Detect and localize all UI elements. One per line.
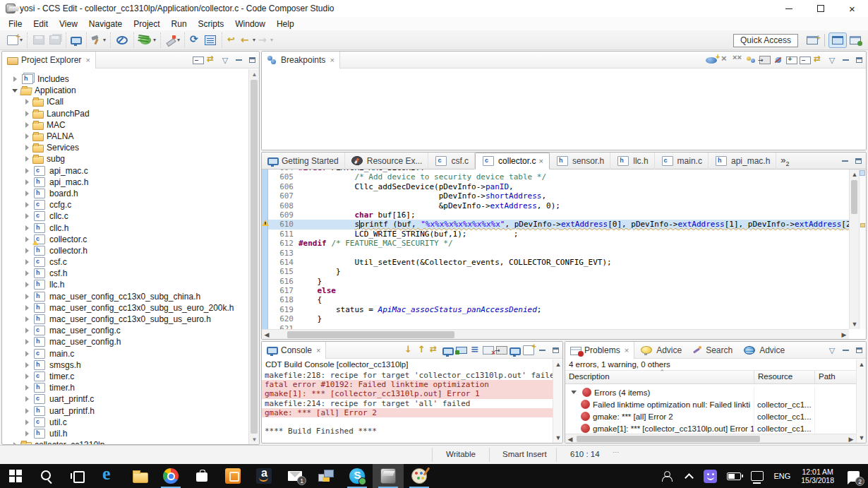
code-line[interactable]: 619 status = ApiMac_assocStatus_panAcces…: [268, 305, 849, 314]
console-scrollbar[interactable]: ▲ ▼: [553, 359, 562, 443]
overview-menu-icon[interactable]: [860, 170, 865, 176]
taskbar-edge-button[interactable]: [93, 464, 124, 488]
menu-help[interactable]: Help: [271, 18, 300, 30]
flash-button[interactable]: ▾: [164, 33, 181, 47]
tree-item[interactable]: mac_user_config_cc13x0_subg_china.h: [2, 291, 248, 302]
maximize-button[interactable]: [550, 345, 561, 356]
menu-view[interactable]: View: [54, 18, 83, 30]
tree-item[interactable]: cllc.h: [2, 222, 248, 233]
code-line[interactable]: 609 char buf[16];: [268, 210, 849, 220]
taskbar-amazon-button[interactable]: [248, 464, 279, 488]
chevron-right-icon[interactable]: [21, 248, 32, 254]
chevron-right-icon[interactable]: [21, 179, 32, 185]
bp-ball-button[interactable]: [706, 54, 717, 66]
taskbar-start-button[interactable]: [0, 464, 31, 488]
chevron-right-icon[interactable]: [9, 442, 20, 444]
maximize-button[interactable]: [853, 54, 864, 66]
editor-tab-sensor-h[interactable]: sensor.h: [550, 153, 610, 169]
scroll-left-icon[interactable]: ◀: [262, 330, 272, 340]
minimize-button[interactable]: [840, 345, 851, 356]
pin-console-button[interactable]: [456, 345, 467, 356]
chevron-down-icon[interactable]: [9, 89, 20, 93]
taskbar-explorer-button[interactable]: [124, 464, 155, 488]
chevron-right-icon[interactable]: [21, 294, 32, 299]
chevron-right-icon[interactable]: [21, 270, 32, 276]
minimize-button[interactable]: [233, 54, 244, 66]
arrow-down-y-button[interactable]: [402, 345, 414, 356]
editor-tab-resource-ex-[interactable]: Resource Ex...: [345, 153, 429, 169]
close-icon[interactable]: ×: [538, 157, 543, 165]
go-file-button[interactable]: [496, 345, 507, 356]
link-button[interactable]: [429, 345, 440, 356]
chevron-right-icon[interactable]: [21, 111, 32, 117]
wordwrap-button[interactable]: [469, 345, 481, 356]
taskbar-ccs-button[interactable]: [373, 464, 404, 488]
chevron-right-icon[interactable]: [9, 76, 20, 82]
tab-problems[interactable]: Problems×: [565, 342, 634, 359]
back-button[interactable]: ▾: [239, 33, 257, 47]
tree-item[interactable]: uart_printf.c: [2, 393, 248, 405]
taskbar-remote-button[interactable]: [311, 464, 342, 488]
last-edit-button[interactable]: [225, 33, 239, 47]
code-line[interactable]: 606 Cllc_addSecDevice(pDevInfo->panID,: [268, 182, 849, 191]
chevron-right-icon[interactable]: [21, 419, 32, 425]
scroll-down-icon[interactable]: ▼: [553, 433, 563, 443]
monitor-button[interactable]: [69, 34, 83, 46]
chevron-right-icon[interactable]: [21, 374, 32, 379]
tree-item[interactable]: Application: [2, 85, 248, 96]
column-header-description[interactable]: ⌃Description: [565, 371, 754, 383]
view-menu-button[interactable]: ▽: [826, 345, 838, 356]
scrollbar-thumb[interactable]: [851, 180, 857, 214]
notifications-icon[interactable]: 2: [841, 464, 865, 488]
network-icon[interactable]: [747, 464, 767, 488]
taskbar-skype-button[interactable]: [342, 464, 373, 488]
tree-item[interactable]: PALNA: [2, 131, 248, 142]
problems-vscrollbar[interactable]: ▲ ▼: [856, 359, 866, 443]
code-line[interactable]: 617 else: [268, 286, 849, 295]
debug-button[interactable]: ▾: [137, 33, 157, 47]
chevron-right-icon[interactable]: [21, 351, 32, 357]
monitor-button[interactable]: [442, 345, 454, 356]
tree-item[interactable]: api_mac.h: [2, 177, 248, 188]
tab-overflow-chevron[interactable]: »2: [776, 155, 793, 167]
code-line[interactable]: 608 &pDevInfo->extAddress, 0);: [268, 201, 849, 210]
scroll-up-icon[interactable]: ▲: [850, 169, 860, 179]
tree-item[interactable]: collector_cc1310lp: [2, 439, 248, 444]
tree-item[interactable]: main.c: [2, 348, 248, 359]
taskbar-chrome-button[interactable]: [155, 464, 186, 488]
collapse-all-button[interactable]: [193, 54, 204, 66]
chevron-right-icon[interactable]: [21, 202, 32, 208]
taskbar-search-button[interactable]: [31, 464, 62, 488]
editor-tab-collector-c[interactable]: collector.c×: [475, 153, 550, 169]
chevron-right-icon[interactable]: [21, 99, 32, 105]
chevron-right-icon[interactable]: [21, 305, 32, 311]
menu-project[interactable]: Project: [128, 18, 165, 30]
tree-item[interactable]: timer.h: [2, 382, 248, 393]
chevron-right-icon[interactable]: [21, 362, 32, 368]
chevron-right-icon[interactable]: [21, 408, 32, 414]
code-line[interactable]: 618 {: [268, 295, 849, 304]
chevron-right-icon[interactable]: [21, 237, 32, 242]
restore-window-button[interactable]: [804, 0, 836, 17]
taskbar-store-button[interactable]: [186, 464, 217, 488]
tree-item[interactable]: mac_user_config.c: [2, 325, 248, 336]
tree-item[interactable]: llc.h: [2, 279, 248, 290]
registers-button[interactable]: [202, 33, 219, 47]
arrow-up-y-button[interactable]: [416, 345, 427, 356]
chevron-right-icon[interactable]: [21, 225, 32, 231]
chevron-right-icon[interactable]: [21, 339, 32, 345]
editor-hscrollbar[interactable]: ◀ ▶: [262, 329, 849, 339]
chevron-right-icon[interactable]: [21, 168, 32, 174]
chevron-right-icon[interactable]: [21, 259, 32, 265]
chevron-right-icon[interactable]: [21, 282, 32, 287]
code-line[interactable]: 615 }: [268, 267, 849, 276]
scroll-up-icon[interactable]: ▲: [553, 359, 563, 369]
tree-item[interactable]: cllc.c: [2, 210, 248, 222]
save-button[interactable]: [30, 33, 47, 47]
close-window-button[interactable]: ×: [836, 0, 868, 17]
battery-icon[interactable]: [723, 464, 745, 488]
tree-item[interactable]: timer.c: [2, 371, 248, 382]
clean-button[interactable]: [114, 33, 131, 47]
close-icon[interactable]: ×: [316, 346, 320, 355]
editor-tab-llc-h[interactable]: llc.h: [610, 153, 654, 169]
